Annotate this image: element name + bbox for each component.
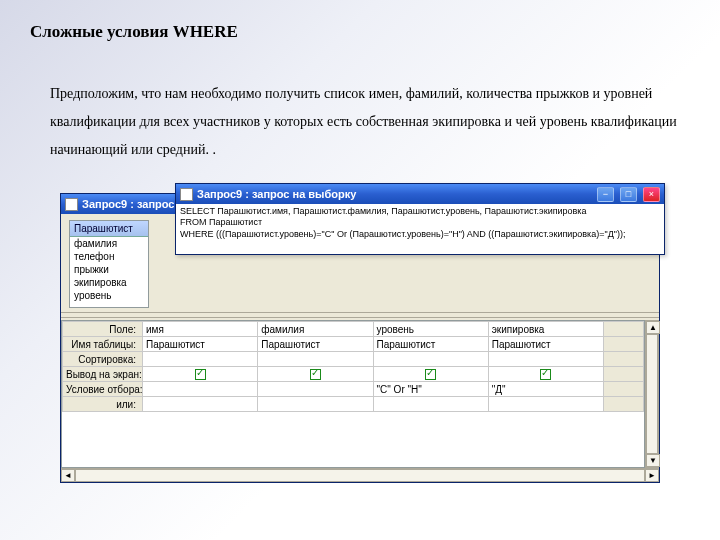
field-item[interactable]: экипировка	[70, 276, 148, 289]
qbe-cell-field[interactable]: уровень	[373, 322, 488, 337]
checkbox-icon[interactable]	[425, 369, 436, 380]
qbe-cell-field[interactable]: имя	[143, 322, 258, 337]
scrollbar-vertical[interactable]: ▲ ▼	[645, 320, 659, 468]
query-sql-window: Запрос9 : запрос на выборку − □ × SELECT…	[175, 183, 665, 255]
qbe-cell-criteria[interactable]	[258, 382, 373, 397]
qbe-cell-sort[interactable]	[373, 352, 488, 367]
maximize-button[interactable]: □	[620, 187, 637, 202]
field-item[interactable]: уровень	[70, 289, 148, 302]
minimize-button[interactable]: −	[597, 187, 614, 202]
table-fields-panel[interactable]: Парашютист фамилия телефон прыжки экипир…	[69, 220, 149, 308]
qbe-row-label: Условие отбора:	[63, 382, 143, 397]
scroll-up-icon[interactable]: ▲	[646, 321, 660, 334]
qbe-cell-table[interactable]: Парашютист	[373, 337, 488, 352]
qbe-cell-sort[interactable]	[488, 352, 603, 367]
scrollbar-horizontal[interactable]: ◄ ►	[61, 468, 659, 482]
qbe-grid[interactable]: Поле: имя фамилия уровень экипировка Имя…	[61, 320, 645, 468]
field-item[interactable]: фамилия	[70, 237, 148, 250]
qbe-cell-table[interactable]: Парашютист	[488, 337, 603, 352]
checkbox-icon[interactable]	[310, 369, 321, 380]
qbe-row-label: Имя таблицы:	[63, 337, 143, 352]
qbe-cell-show[interactable]	[143, 367, 258, 382]
qbe-cell-criteria[interactable]: "С" Or "Н"	[373, 382, 488, 397]
qbe-cell-or[interactable]	[373, 397, 488, 412]
qbe-cell-sort[interactable]	[143, 352, 258, 367]
qbe-row-label: или:	[63, 397, 143, 412]
qbe-cell-criteria[interactable]	[143, 382, 258, 397]
checkbox-icon[interactable]	[195, 369, 206, 380]
qbe-cell-or[interactable]	[488, 397, 603, 412]
page-body-text: Предположим, что нам необходимо получить…	[50, 80, 685, 164]
qbe-cell-or[interactable]	[143, 397, 258, 412]
field-item[interactable]: прыжки	[70, 263, 148, 276]
qbe-row-label: Поле:	[63, 322, 143, 337]
checkbox-icon[interactable]	[540, 369, 551, 380]
qbe-cell-show[interactable]	[488, 367, 603, 382]
qbe-cell-show[interactable]	[258, 367, 373, 382]
scroll-left-icon[interactable]: ◄	[61, 469, 75, 482]
fields-panel-header: Парашютист	[70, 221, 148, 237]
qbe-cell-show[interactable]	[373, 367, 488, 382]
splitter[interactable]	[61, 312, 659, 318]
window-icon	[65, 198, 78, 211]
qbe-cell-criteria[interactable]: "Д"	[488, 382, 603, 397]
qbe-cell-sort[interactable]	[258, 352, 373, 367]
window-icon	[180, 188, 193, 201]
qbe-cell-table[interactable]: Парашютист	[143, 337, 258, 352]
page-title: Сложные условия WHERE	[30, 22, 238, 42]
qbe-cell-field[interactable]: экипировка	[488, 322, 603, 337]
qbe-cell-field[interactable]: фамилия	[258, 322, 373, 337]
scroll-right-icon[interactable]: ►	[645, 469, 659, 482]
qbe-row-label: Вывод на экран:	[63, 367, 143, 382]
close-button[interactable]: ×	[643, 187, 660, 202]
window-title-front: Запрос9 : запрос на выборку	[197, 188, 356, 200]
scroll-down-icon[interactable]: ▼	[646, 454, 660, 467]
sql-text[interactable]: SELECT Парашютист.имя, Парашютист.фамили…	[176, 204, 664, 242]
field-item[interactable]: телефон	[70, 250, 148, 263]
qbe-cell-or[interactable]	[258, 397, 373, 412]
qbe-row-label: Сортировка:	[63, 352, 143, 367]
qbe-cell-table[interactable]: Парашютист	[258, 337, 373, 352]
titlebar-front[interactable]: Запрос9 : запрос на выборку − □ ×	[176, 184, 664, 204]
